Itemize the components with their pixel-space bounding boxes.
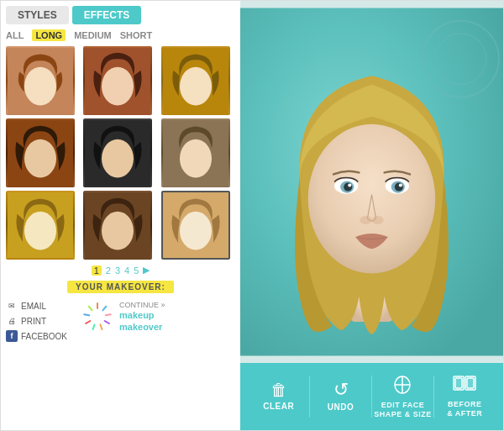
undo-label: UNDO — [328, 402, 354, 413]
trash-icon: 🗑 — [270, 381, 287, 398]
page-2[interactable]: 2 — [106, 265, 111, 276]
divider-1 — [309, 376, 310, 418]
next-page-arrow[interactable]: ▶ — [143, 265, 150, 276]
svg-line-19 — [102, 307, 106, 311]
hair-style-5[interactable] — [83, 118, 152, 187]
facebook-icon: f — [6, 330, 18, 342]
edit-face-button[interactable]: EDIT FACESHAPE & SIZE — [373, 375, 432, 419]
svg-point-7 — [24, 139, 56, 178]
svg-point-37 — [344, 183, 352, 192]
facebook-link[interactable]: f FACEBOOK — [6, 330, 67, 342]
page-3[interactable]: 3 — [115, 265, 120, 276]
hair-style-7[interactable] — [6, 191, 75, 260]
clear-button[interactable]: 🗑 CLEAR — [249, 381, 308, 412]
undo-button[interactable]: ↺ UNDO — [312, 381, 370, 413]
hair-style-6[interactable] — [161, 118, 230, 187]
filter-all[interactable]: ALL — [6, 30, 24, 40]
svg-point-13 — [24, 212, 56, 250]
svg-point-39 — [348, 184, 351, 187]
svg-line-20 — [106, 314, 111, 315]
print-label: PRINT — [21, 317, 46, 326]
makeup-spinner-icon — [81, 300, 114, 334]
page-4[interactable]: 4 — [124, 265, 129, 276]
hair-style-1[interactable] — [6, 46, 75, 115]
page-5[interactable]: 5 — [134, 265, 139, 276]
svg-point-1 — [24, 67, 56, 106]
svg-point-15 — [102, 212, 134, 250]
svg-line-25 — [84, 314, 89, 315]
filter-medium[interactable]: MEDIUM — [74, 30, 112, 40]
hair-style-9[interactable] — [161, 191, 230, 260]
svg-line-23 — [93, 324, 95, 329]
tab-styles[interactable]: STYLES — [6, 6, 69, 24]
makeover-label: YOUR MAKEOVER: — [67, 281, 174, 293]
before-after-icon — [453, 376, 476, 397]
filter-long[interactable]: LONG — [32, 29, 66, 41]
makeup-text: makeup makeover — [119, 309, 165, 334]
svg-line-24 — [86, 321, 90, 323]
makeup-promo[interactable]: CONTINUE » makeup makeover — [81, 300, 165, 334]
svg-point-40 — [399, 184, 402, 187]
facebook-label: FACEBOOK — [21, 332, 67, 341]
hair-style-grid — [6, 46, 235, 260]
clear-label: CLEAR — [263, 402, 294, 412]
tab-effects[interactable]: EFFECTS — [72, 6, 142, 24]
divider-2 — [371, 376, 372, 418]
page-1[interactable]: 1 — [92, 265, 102, 276]
print-icon: 🖨 — [6, 315, 18, 327]
svg-rect-48 — [455, 378, 462, 388]
svg-point-38 — [395, 183, 403, 192]
divider-3 — [433, 376, 434, 418]
hair-style-3[interactable] — [161, 46, 230, 115]
action-bar: 🗑 CLEAR ↺ UNDO EDIT FACESHAPE & SIZE — [240, 363, 503, 430]
social-links: ✉ EMAIL 🖨 PRINT f FACEBOOK — [6, 300, 67, 342]
svg-point-11 — [180, 139, 212, 178]
svg-point-42 — [372, 216, 384, 224]
svg-point-32 — [308, 124, 435, 274]
svg-point-17 — [180, 212, 212, 250]
continue-label: CONTINUE » — [119, 301, 165, 309]
email-icon: ✉ — [6, 300, 18, 312]
svg-point-41 — [360, 216, 371, 224]
before-after-button[interactable]: BEFORE& AFTER — [435, 376, 494, 418]
svg-line-22 — [100, 324, 102, 329]
email-label: EMAIL — [21, 302, 46, 311]
edit-face-label: EDIT FACESHAPE & SIZE — [374, 401, 432, 419]
hair-style-4[interactable] — [6, 118, 75, 187]
svg-point-5 — [180, 67, 212, 106]
filter-short[interactable]: SHORT — [120, 30, 153, 40]
pagination: 1 2 3 4 5 ▶ — [6, 265, 235, 276]
svg-line-21 — [105, 321, 109, 323]
svg-point-3 — [102, 67, 134, 106]
svg-rect-49 — [467, 378, 474, 388]
before-after-label: BEFORE& AFTER — [447, 400, 482, 418]
svg-line-26 — [89, 307, 92, 311]
hair-style-2[interactable] — [83, 46, 152, 115]
photo-preview — [240, 1, 503, 363]
undo-icon: ↺ — [333, 381, 349, 399]
edit-face-icon — [392, 375, 412, 397]
svg-point-9 — [102, 139, 134, 178]
hair-style-8[interactable] — [83, 191, 152, 260]
print-link[interactable]: 🖨 PRINT — [6, 315, 67, 327]
email-link[interactable]: ✉ EMAIL — [6, 300, 67, 312]
